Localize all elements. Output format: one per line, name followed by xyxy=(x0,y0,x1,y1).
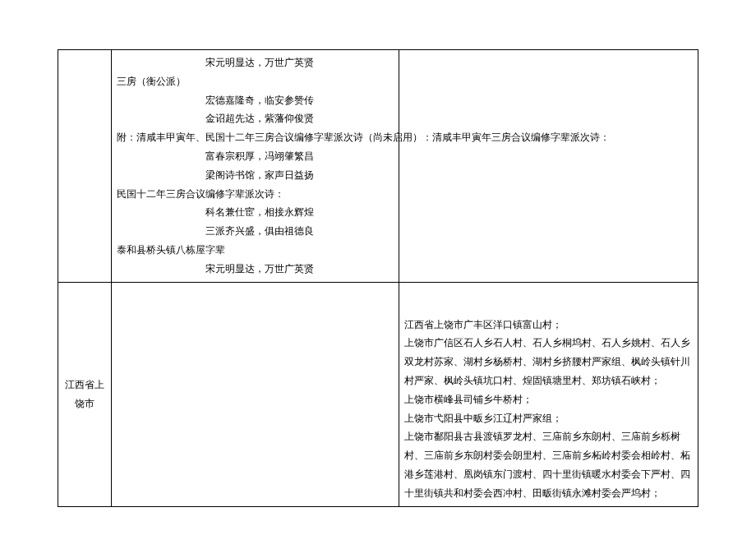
table-row: 江西省上饶市 江西省上饶市广丰区洋口镇富山村；上饶市广信区石人乡石人村、石人乡桐… xyxy=(58,282,698,506)
text-line: 宋元明显达，万世广英贤 xyxy=(117,53,394,72)
text-line: 金诏超先达，紫藩仰俊贤 xyxy=(117,109,394,128)
table-row: 宋元明显达，万世广英贤三房（衡公派）宏德嘉隆奇，临安参赞传金诏超先达，紫藩仰俊贤… xyxy=(58,50,698,283)
text-line: 民国十二年三房合议编修字辈派次诗： xyxy=(117,185,394,204)
text-line: 宋元明显达，万世广英贤 xyxy=(117,260,394,279)
row2-label-cell: 江西省上饶市 xyxy=(58,282,112,506)
row1-middle-cell: 宋元明显达，万世广英贤三房（衡公派）宏德嘉隆奇，临安参赞传金诏超先达，紫藩仰俊贤… xyxy=(112,50,399,283)
row2-right-cell: 江西省上饶市广丰区洋口镇富山村；上饶市广信区石人乡石人村、石人乡桐坞村、石人乡姚… xyxy=(399,282,698,506)
text-line: 上饶市鄱阳县古县渡镇罗龙村、三庙前乡东朗村、三庙前乡栎树村、三庙前乡东朗村委会朗… xyxy=(404,427,693,502)
row1-right-cell xyxy=(399,50,698,283)
text-line: 富春宗积厚，冯翊肇繁昌 xyxy=(117,147,394,166)
text-line: 江西省上饶市广丰区洋口镇富山村； xyxy=(404,316,693,334)
text-line: 上饶市横峰县司铺乡牛桥村； xyxy=(404,390,693,409)
row1-label-cell xyxy=(58,50,112,283)
text-line: 上饶市弋阳县中畈乡江辽村严家组； xyxy=(404,409,693,428)
row2-label: 江西省上饶市 xyxy=(65,379,104,409)
text-line: 泰和县桥头镇八栋屋字辈 xyxy=(117,241,394,260)
text-line: 三房（衡公派） xyxy=(117,72,394,91)
text-line: 梁阁诗书馆，家声日益扬 xyxy=(117,166,394,185)
text-line: 科名兼仕宦，相接永辉煌 xyxy=(117,203,394,222)
row2-middle-cell xyxy=(112,282,399,506)
text-line: 宏德嘉隆奇，临安参赞传 xyxy=(117,91,394,110)
text-line: 附：清咸丰甲寅年、民国十二年三房合议编修字辈派次诗（尚未启用）：清咸丰甲寅年三房… xyxy=(117,128,394,147)
text-line: 三派齐兴盛，俱由祖德良 xyxy=(117,222,394,241)
text-line: 上饶市广信区石人乡石人村、石人乡桐坞村、石人乡姚村、石人乡双龙村苏家、湖村乡杨桥… xyxy=(404,334,693,390)
